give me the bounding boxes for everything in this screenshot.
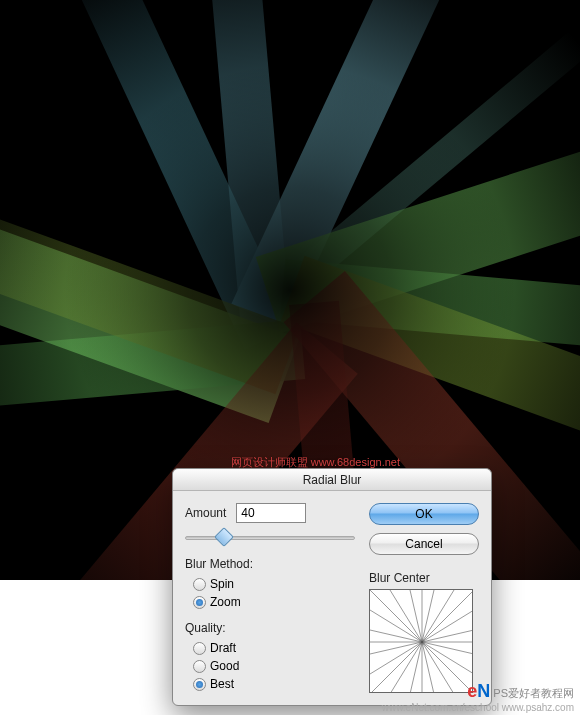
svg-line-0: [370, 590, 422, 642]
svg-line-10: [422, 642, 473, 654]
svg-line-7: [422, 610, 473, 642]
radio-label: Draft: [210, 641, 236, 655]
svg-line-6: [422, 590, 473, 642]
radio-label: Spin: [210, 577, 234, 591]
svg-line-23: [370, 610, 422, 642]
svg-line-5: [422, 590, 454, 642]
radio-label: Good: [210, 659, 239, 673]
amount-label: Amount: [185, 506, 226, 520]
radio-good[interactable]: Good: [185, 657, 355, 675]
zoom-lines-icon: [370, 590, 473, 693]
radio-draft[interactable]: Draft: [185, 639, 355, 657]
radio-best[interactable]: Best: [185, 675, 355, 693]
slider-thumb[interactable]: [214, 527, 234, 547]
radio-icon: [193, 596, 206, 609]
svg-line-1: [390, 590, 422, 642]
radio-spin[interactable]: Spin: [185, 575, 355, 593]
svg-line-11: [422, 642, 473, 674]
radial-blur-dialog: Radial Blur Amount Blur Method: Spin Zoo…: [172, 468, 492, 706]
logo-part-e: e: [467, 681, 477, 701]
svg-line-19: [370, 642, 422, 674]
radio-icon: [193, 660, 206, 673]
radio-icon: [193, 642, 206, 655]
svg-line-2: [410, 590, 422, 642]
radio-zoom[interactable]: Zoom: [185, 593, 355, 611]
quality-label: Quality:: [185, 621, 355, 635]
watermark-text: PS爱好者教程网: [493, 687, 574, 699]
svg-line-8: [422, 630, 473, 642]
radio-label: Best: [210, 677, 234, 691]
amount-slider[interactable]: [185, 529, 355, 547]
radio-icon: [193, 578, 206, 591]
cancel-button[interactable]: Cancel: [369, 533, 479, 555]
slider-track: [185, 536, 355, 540]
svg-line-4: [422, 590, 434, 642]
watermark-url: www.eNet.com.cn/eschool www.psahz.com: [382, 702, 574, 713]
radio-icon: [193, 678, 206, 691]
logo-part-n: N: [477, 681, 490, 701]
dialog-title: Radial Blur: [173, 469, 491, 491]
svg-line-22: [370, 630, 422, 642]
amount-input[interactable]: [236, 503, 306, 523]
svg-line-20: [370, 642, 422, 654]
blur-center-preview[interactable]: [369, 589, 473, 693]
radio-label: Zoom: [210, 595, 241, 609]
ok-button[interactable]: OK: [369, 503, 479, 525]
watermark-bottom: eN PS爱好者教程网 www.eNet.com.cn/eschool www.…: [382, 681, 574, 713]
blur-center-label: Blur Center: [369, 571, 479, 585]
blur-method-label: Blur Method:: [185, 557, 355, 571]
